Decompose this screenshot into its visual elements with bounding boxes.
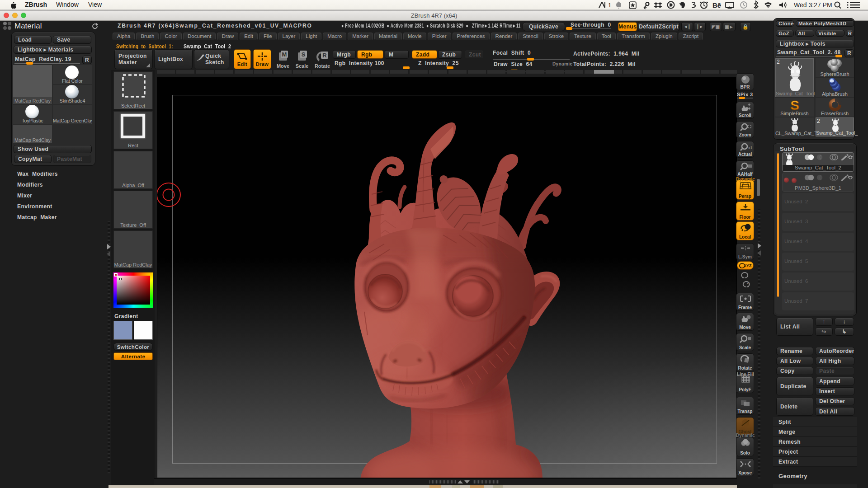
svg-text:1: 1 [608,2,611,9]
svg-text:XYZ: XYZ [744,263,752,268]
svg-text:x1: x1 [748,145,752,150]
svg-text:M: M [282,51,287,58]
svg-text:S: S [302,51,306,58]
svg-text:z: z [747,281,749,285]
svg-text:R: R [322,52,327,59]
svg-text:S: S [790,98,799,112]
svg-text:Bē: Bē [712,1,721,9]
svg-text:Wed 3:27 PM: Wed 3:27 PM [794,1,832,9]
